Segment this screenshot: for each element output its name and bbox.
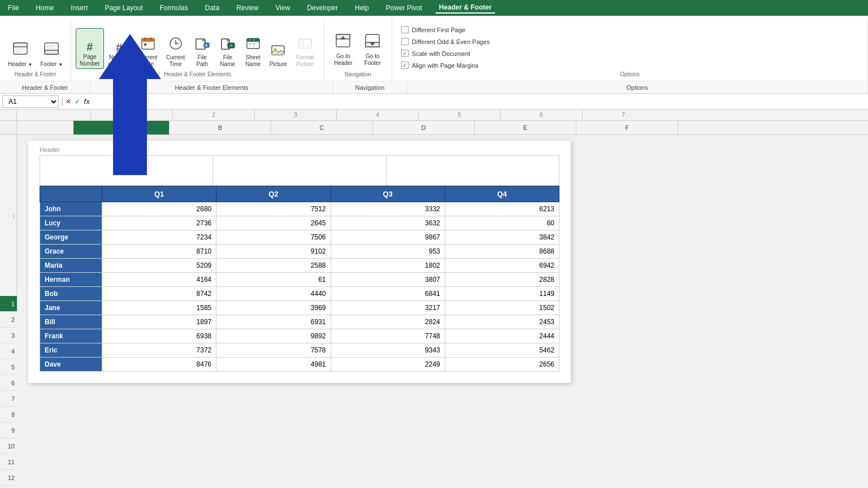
menu-file[interactable]: File xyxy=(5,3,22,13)
cell-name-6[interactable]: Maria xyxy=(40,259,102,273)
cell-q1-13[interactable]: 8476 xyxy=(102,358,216,372)
cell-q1-12[interactable]: 7372 xyxy=(102,343,216,358)
cell-q1-4[interactable]: 7234 xyxy=(102,230,216,245)
cell-q1-10[interactable]: 1897 xyxy=(102,315,216,329)
cell-q2-8[interactable]: 4440 xyxy=(216,287,331,301)
col-header-f[interactable]: F xyxy=(576,121,678,134)
cell-q4-3[interactable]: 60 xyxy=(445,216,559,230)
cell-name-8[interactable]: Bob xyxy=(40,287,102,301)
different-first-page-checkbox[interactable] xyxy=(401,26,409,33)
cell-q1-6[interactable]: 5209 xyxy=(102,259,216,273)
page-number-button[interactable]: # PageNumber xyxy=(76,28,104,69)
cell-q3-5[interactable]: 953 xyxy=(331,245,445,259)
header-cell-right[interactable] xyxy=(387,156,559,185)
cell-q3-7[interactable]: 3807 xyxy=(331,273,445,287)
header-button[interactable]: Header ▼ xyxy=(5,28,36,69)
footer-button[interactable]: Footer ▼ xyxy=(37,28,67,69)
cell-name-7[interactable]: Herman xyxy=(40,273,102,287)
cell-q3-12[interactable]: 9343 xyxy=(331,343,445,358)
col-header-d[interactable]: D xyxy=(373,121,475,134)
col-header-a[interactable]: A xyxy=(73,121,170,134)
cell-q3-4[interactable]: 9867 xyxy=(331,230,445,245)
number-of-pages-button[interactable]: # Numberof Pages xyxy=(105,28,134,69)
cell-q3-13[interactable]: 2249 xyxy=(331,358,445,372)
cell-q1-5[interactable]: 8710 xyxy=(102,245,216,259)
menu-view[interactable]: View xyxy=(272,3,294,13)
scale-with-document-checkbox[interactable]: ✓ xyxy=(401,50,409,57)
main-scroll[interactable]: 1 2 3 4 5 6 7 A B C D E F Header xyxy=(17,110,868,488)
cell-name-5[interactable]: Grace xyxy=(40,245,102,259)
go-to-footer-button[interactable]: Go toFooter xyxy=(358,30,387,69)
col-header-c[interactable]: C xyxy=(271,121,373,134)
cell-q4-12[interactable]: 5462 xyxy=(445,343,559,358)
cell-q3-6[interactable]: 1802 xyxy=(331,259,445,273)
cell-q2-11[interactable]: 9892 xyxy=(216,329,331,343)
file-path-button[interactable]: X FilePath xyxy=(190,28,215,69)
cell-q4-6[interactable]: 6942 xyxy=(445,259,559,273)
menu-page-layout[interactable]: Page Layout xyxy=(101,3,146,13)
file-name-button[interactable]: ≡ FileName xyxy=(215,28,240,69)
name-box[interactable]: A1 xyxy=(2,95,59,108)
menu-power-pivot[interactable]: Power Pivot xyxy=(383,3,426,13)
cell-name-10[interactable]: Bill xyxy=(40,315,102,329)
formula-input[interactable] xyxy=(92,97,866,107)
cell-q3-3[interactable]: 3632 xyxy=(331,216,445,230)
cell-q4-13[interactable]: 2656 xyxy=(445,358,559,372)
menu-data[interactable]: Data xyxy=(202,3,223,13)
align-with-margins-checkbox[interactable]: ✓ xyxy=(401,62,409,69)
cell-q1-2[interactable]: 2680 xyxy=(102,202,216,216)
cell-q3-10[interactable]: 2824 xyxy=(331,315,445,329)
current-date-button[interactable]: CurrentDate xyxy=(134,28,162,69)
cell-q2-9[interactable]: 3969 xyxy=(216,301,331,315)
cell-q2-7[interactable]: 61 xyxy=(216,273,331,287)
cell-q2-10[interactable]: 6931 xyxy=(216,315,331,329)
cell-q4-10[interactable]: 2453 xyxy=(445,315,559,329)
menu-home[interactable]: Home xyxy=(32,3,57,13)
go-to-header-button[interactable]: Go toHeader xyxy=(329,30,357,69)
col-header-b[interactable]: B xyxy=(170,121,271,134)
menu-review[interactable]: Review xyxy=(233,3,262,13)
cell-q4-11[interactable]: 2444 xyxy=(445,329,559,343)
confirm-formula-icon[interactable]: ✓ xyxy=(75,98,80,106)
cell-name-11[interactable]: Frank xyxy=(40,329,102,343)
cell-q4-8[interactable]: 1149 xyxy=(445,287,559,301)
cell-name-2[interactable]: John xyxy=(40,202,102,216)
cell-q2-5[interactable]: 9102 xyxy=(216,245,331,259)
cell-q1-8[interactable]: 8742 xyxy=(102,287,216,301)
cell-q2-12[interactable]: 7578 xyxy=(216,343,331,358)
cell-q4-4[interactable]: 3842 xyxy=(445,230,559,245)
cell-name-13[interactable]: Dave xyxy=(40,358,102,372)
cell-q4-2[interactable]: 6213 xyxy=(445,202,559,216)
cell-q4-5[interactable]: 8688 xyxy=(445,245,559,259)
cell-name-9[interactable]: Jane xyxy=(40,301,102,315)
cell-q2-2[interactable]: 7512 xyxy=(216,202,331,216)
cell-q2-4[interactable]: 7506 xyxy=(216,230,331,245)
cell-q3-9[interactable]: 3217 xyxy=(331,301,445,315)
menu-help[interactable]: Help xyxy=(351,3,372,13)
cell-q2-6[interactable]: 2588 xyxy=(216,259,331,273)
cell-q4-9[interactable]: 1502 xyxy=(445,301,559,315)
cell-q1-11[interactable]: 6938 xyxy=(102,329,216,343)
different-odd-even-checkbox[interactable] xyxy=(401,38,409,45)
cell-q4-7[interactable]: 2828 xyxy=(445,273,559,287)
cell-q2-3[interactable]: 2645 xyxy=(216,216,331,230)
cell-q2-13[interactable]: 4981 xyxy=(216,358,331,372)
cell-q1-9[interactable]: 1585 xyxy=(102,301,216,315)
cell-q3-11[interactable]: 7748 xyxy=(331,329,445,343)
cancel-formula-icon[interactable]: ✕ xyxy=(66,98,71,106)
current-time-button[interactable]: CurrentTime xyxy=(162,28,189,69)
menu-developer[interactable]: Developer xyxy=(303,3,341,13)
cell-q1-3[interactable]: 2736 xyxy=(102,216,216,230)
cell-name-3[interactable]: Lucy xyxy=(40,216,102,230)
col-header-e[interactable]: E xyxy=(475,121,576,134)
function-icon[interactable]: fx xyxy=(84,98,90,106)
cell-name-4[interactable]: George xyxy=(40,230,102,245)
cell-name-12[interactable]: Eric xyxy=(40,343,102,358)
header-cell-center[interactable] xyxy=(213,156,386,185)
menu-insert[interactable]: Insert xyxy=(67,3,91,13)
sheet-name-button[interactable]: SheetName xyxy=(241,28,266,69)
menu-formulas[interactable]: Formulas xyxy=(157,3,192,13)
cell-q3-2[interactable]: 3332 xyxy=(331,202,445,216)
cell-q1-7[interactable]: 4164 xyxy=(102,273,216,287)
cell-q3-8[interactable]: 6841 xyxy=(331,287,445,301)
